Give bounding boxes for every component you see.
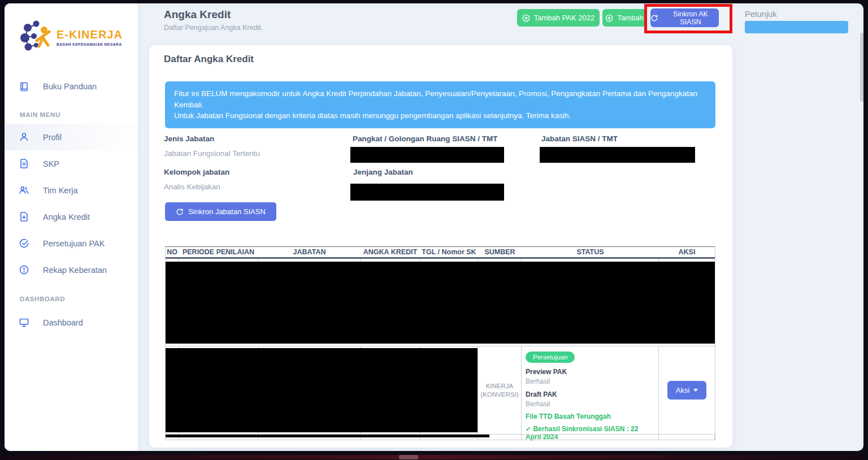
file-ttd-status: File TTD Basah Terunggah: [526, 413, 654, 420]
sidebar-item-rekap-keberatan[interactable]: Rekap Keberatan: [5, 257, 138, 283]
page-title: Angka Kredit: [164, 8, 231, 21]
window-frame-notch: [399, 455, 418, 459]
sinkron-jabatan-siasn-button[interactable]: Sinkron Jabatan SIASN: [165, 202, 276, 221]
main-content-card: Daftar Angka Kredit Fitur ini BELUM meng…: [149, 45, 732, 448]
sidebar-item-label: Dashboard: [43, 318, 83, 327]
sidebar-item-label: Tim Kerja: [43, 186, 78, 195]
button-label: Sinkron Jabatan SIASN: [188, 207, 266, 216]
table-row: KINERJA (KONVERSI) Persetujuan Preview P…: [166, 346, 715, 434]
jenjang-jabatan-label: Jenjang Jabatan: [353, 168, 413, 176]
column-header-no: NO: [166, 248, 179, 256]
jenis-jabatan-label: Jenis Jabatan: [164, 134, 214, 143]
page-subtitle: Daftar Pengajuan Angka Kredit.: [164, 24, 263, 32]
angka-kredit-table: NO PERIODE PENILAIAN JABATAN ANGKA KREDI…: [165, 246, 715, 440]
app-logo: E-KINERJA BADAN KEPEGAWAIAN NEGARA: [5, 3, 138, 71]
sidebar-section-dashboard: DASHBOARD: [5, 296, 138, 302]
monitor-icon: [19, 317, 29, 328]
sidebar-item-dashboard[interactable]: Dashboard: [5, 309, 138, 336]
jabatan-siasn-label: Jabatan SIASN / TMT: [541, 134, 618, 143]
tambah-pak-2022-button[interactable]: Tambah PAK 2022: [517, 9, 600, 27]
notice-line-1: Fitur ini BELUM mengakomodir untuk Angka…: [174, 88, 706, 110]
users-icon: [19, 185, 29, 196]
kelompok-jabatan-label: Kelompok jabatan: [164, 168, 229, 176]
sumber-cell: KINERJA (KONVERSI): [478, 346, 522, 434]
redacted-strip: [166, 435, 489, 437]
sidebar-item-label: Angka Kredit: [43, 212, 90, 222]
app-window: E-KINERJA BADAN KEPEGAWAIAN NEGARA Buku …: [5, 3, 863, 451]
sidebar-item-label: Buku Panduan: [43, 82, 97, 91]
status-badge: Persetujuan: [526, 351, 575, 363]
column-header-jabatan: JABATAN: [258, 248, 361, 256]
preview-pak-value: Berhasil: [526, 377, 654, 385]
jenis-jabatan-value: Jabatan Fungsional Tertentu: [164, 149, 260, 158]
table-header-row: NO PERIODE PENILAIAN JABATAN ANGKA KREDI…: [166, 247, 715, 259]
logo-title: E-KINERJA: [57, 28, 123, 41]
sidebar-item-skp[interactable]: SKP: [5, 150, 138, 177]
sidebar-item-persetujuan-pak[interactable]: Persetujuan PAK: [5, 230, 138, 257]
sidebar-item-label: Profil: [43, 133, 62, 142]
button-label: Tambah: [617, 14, 643, 22]
preview-pak-label: Preview PAK: [526, 368, 654, 376]
status-cell: Persetujuan Preview PAK Berhasil Draft P…: [522, 346, 659, 434]
redacted-row-cells: [166, 346, 478, 434]
logo-subtitle: BADAN KEPEGAWAIAN NEGARA: [57, 42, 123, 46]
refresh-icon: [176, 208, 184, 216]
notice-banner: Fitur ini BELUM mengakomodir untuk Angka…: [165, 81, 715, 128]
card-title: Daftar Angka Kredit: [164, 54, 254, 65]
button-label: Aksi: [676, 386, 690, 394]
sidebar-item-buku-panduan[interactable]: Buku Panduan: [5, 75, 138, 98]
window-frame-bottom-accent: [2, 455, 866, 459]
sidebar-item-profil[interactable]: Profil: [5, 124, 138, 150]
sidebar: E-KINERJA BADAN KEPEGAWAIAN NEGARA Buku …: [5, 3, 138, 451]
column-header-status: STATUS: [522, 248, 659, 256]
ekinerja-logo-icon: [20, 19, 51, 55]
draft-pak-label: Draft PAK: [526, 390, 654, 398]
button-label: Sinkron AK SIASN: [662, 10, 719, 26]
pangkat-label: Pangkat / Golongan Ruang SIASN / TMT: [353, 134, 498, 143]
column-header-tgl-nomor-sk: TGL / Nomor SK: [420, 248, 478, 256]
petunjuk-bar[interactable]: [745, 21, 848, 33]
tambah-button[interactable]: Tambah: [602, 9, 646, 27]
check-circle-icon: [19, 238, 29, 249]
sidebar-item-tim-kerja[interactable]: Tim Kerja: [5, 177, 138, 203]
notice-line-2: Untuk Jabatan Fungsional dengan kriteria…: [174, 110, 706, 121]
sumber-value: KINERJA: [486, 383, 514, 389]
button-label: Tambah PAK 2022: [534, 14, 594, 22]
column-header-sumber: SUMBER: [478, 248, 522, 256]
draft-pak-value: Berhasil: [526, 400, 654, 408]
table-bottom-row: [166, 434, 715, 440]
column-header-periode: PERIODE PENILAIAN: [179, 248, 258, 256]
plus-circle-icon: [522, 14, 530, 22]
redacted-pangkat-value: [350, 147, 504, 163]
petunjuk-label: Petunjuk: [745, 10, 776, 19]
sidebar-item-label: SKP: [43, 159, 59, 168]
user-icon: [19, 132, 29, 142]
file-plus-icon: [19, 211, 29, 222]
sinkron-ak-siasn-button[interactable]: Sinkron AK SIASN: [650, 8, 719, 27]
column-header-angka-kredit: ANGKA KREDIT: [361, 248, 420, 256]
sidebar-item-label: Rekap Keberatan: [43, 266, 107, 275]
sidebar-section-main-menu: MAIN MENU: [5, 111, 138, 118]
book-icon: [19, 81, 29, 92]
plus-circle-icon: [605, 14, 613, 22]
sidebar-item-angka-kredit[interactable]: Angka Kredit: [5, 203, 138, 230]
kelompok-jabatan-value: Analis Kebijakan: [164, 183, 220, 191]
document-icon: [19, 158, 29, 169]
redacted-table-rows: [166, 262, 715, 344]
redacted-jenjang-jabatan-value: [350, 184, 504, 201]
aksi-cell: Aksi: [659, 346, 715, 434]
sumber-value: (KONVERSI): [480, 391, 518, 398]
sidebar-item-label: Persetujuan PAK: [43, 239, 105, 248]
scrollbar-thumb[interactable]: [860, 33, 863, 102]
refresh-icon: [650, 14, 658, 22]
redacted-jabatan-siasn-value: [540, 147, 695, 163]
aksi-dropdown-button[interactable]: Aksi: [667, 381, 707, 400]
alert-circle-icon: [19, 264, 29, 275]
table-grid-lines: [166, 259, 715, 262]
column-header-aksi: AKSI: [659, 248, 715, 256]
chevron-down-icon: [693, 389, 698, 392]
